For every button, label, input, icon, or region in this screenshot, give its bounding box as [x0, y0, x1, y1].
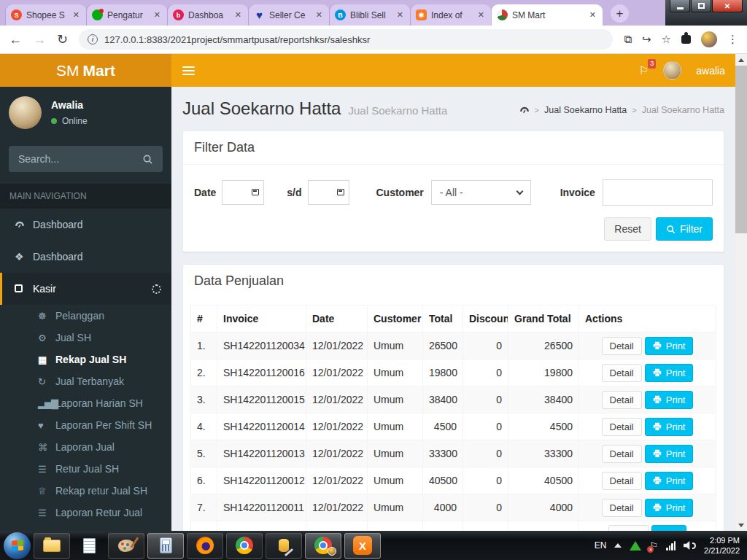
action-center-flag-icon[interactable]: ⚐ — [649, 540, 658, 551]
tray-expand-icon[interactable] — [614, 543, 622, 548]
taskbar-paint-button[interactable] — [108, 533, 144, 559]
taskbar-notepad-button[interactable] — [73, 533, 105, 559]
filter-button[interactable]: Filter — [656, 217, 713, 241]
calendar-icon[interactable] — [252, 189, 259, 195]
sidebar-item-laporan-per-shift-sh[interactable]: ♥ Laporan Per Shift SH — [0, 414, 171, 436]
tab-close-icon[interactable]: ✕ — [395, 10, 405, 20]
sidebar-item-pelanggan[interactable]: ☸ Pelanggan — [0, 305, 171, 327]
volume-icon[interactable] — [684, 541, 696, 550]
print-button[interactable]: Print — [645, 472, 694, 490]
detail-button[interactable]: Detail — [602, 472, 642, 490]
scroll-down-arrow[interactable] — [735, 519, 747, 531]
home-gauge-icon[interactable] — [519, 106, 530, 114]
print-button[interactable]: Print — [645, 391, 694, 409]
notifications-flag-icon[interactable]: ⚐ 3 — [639, 64, 649, 77]
bookmark-star-icon[interactable]: ☆ — [662, 33, 671, 46]
taskbar-xampp-button[interactable]: X — [344, 533, 381, 559]
address-bar[interactable]: i 127.0.0.1:8383/2021project/smmartpusat… — [79, 29, 613, 50]
sidebar-item-jual-terbanyak[interactable]: ↻ Jual Terbanyak — [0, 370, 171, 392]
tab-close-icon[interactable]: ✕ — [588, 10, 597, 20]
reload-button[interactable]: ↻ — [57, 31, 68, 47]
window-maximize-button[interactable] — [691, 0, 711, 12]
anydesk-tray-icon[interactable] — [630, 541, 641, 551]
forward-button[interactable]: → — [33, 32, 46, 47]
detail-button[interactable]: Detail — [602, 364, 642, 382]
taskbar-chrome-profile-button[interactable] — [305, 533, 341, 559]
taskbar-db-tool-button[interactable] — [266, 533, 302, 559]
search-icon[interactable] — [142, 154, 153, 165]
tab-index-of[interactable]: ✱ Index of ✕ — [411, 4, 491, 26]
taskbar-firefox-button[interactable] — [187, 533, 223, 559]
taskbar-calculator-button[interactable] — [147, 533, 184, 559]
sidebar-item-rekap-retur-jual-sh[interactable]: ♕ Rekap retur Jual SH — [0, 480, 171, 502]
scroll-up-arrow[interactable] — [735, 54, 747, 66]
print-button[interactable]: Print — [645, 364, 694, 382]
invoice-input[interactable] — [603, 179, 713, 206]
detail-button[interactable]: Detail — [608, 525, 649, 531]
browser-profile-avatar[interactable] — [701, 31, 717, 47]
translate-icon[interactable]: ⧉ — [624, 33, 632, 46]
detail-button[interactable]: Detail — [602, 337, 642, 355]
taskbar-explorer-button[interactable] — [34, 533, 70, 559]
tab-close-icon[interactable]: ✕ — [476, 10, 486, 20]
sidebar-item-laporan-retur-jual[interactable]: ☰ Laporan Retur Jual — [0, 502, 171, 524]
tab-close-icon[interactable]: ✕ — [233, 10, 243, 20]
header-user-name[interactable]: awalia — [696, 65, 725, 77]
taskbar-chrome-button[interactable] — [226, 533, 263, 559]
browser-menu-icon[interactable]: ⋮ — [727, 33, 738, 46]
tab-shopee[interactable]: S Shopee S ✕ — [6, 4, 86, 26]
print-button[interactable]: Print — [645, 418, 694, 436]
reset-button[interactable]: Reset — [604, 217, 651, 241]
tab-sm-mart-active[interactable]: SM Mart ✕ — [492, 4, 603, 26]
sidebar-search-input[interactable]: Search... — [9, 146, 163, 172]
header-user-avatar[interactable] — [663, 61, 681, 79]
tab-pengaturan[interactable]: Pengatur ✕ — [87, 4, 167, 26]
detail-button[interactable]: Detail — [602, 418, 642, 436]
extensions-icon[interactable] — [681, 35, 691, 44]
window-close-button[interactable]: ✕ — [712, 0, 743, 12]
print-button[interactable]: Print — [645, 499, 694, 517]
site-info-icon[interactable]: i — [88, 34, 98, 44]
table-row: 1. SH142201120034 12/01/2022 Umum 26500 … — [191, 332, 716, 359]
language-indicator[interactable]: EN — [595, 540, 607, 551]
start-button[interactable] — [4, 532, 31, 559]
header-right: ⚐ 3 awalia — [639, 61, 747, 79]
calendar-icon[interactable] — [337, 189, 344, 195]
breadcrumb-item-1[interactable]: Jual Soekarno Hatta — [544, 105, 627, 115]
date-from-input[interactable] — [222, 180, 264, 205]
sidebar-item-dashboard-2[interactable]: ❖ Dashboard — [0, 241, 171, 273]
grid-icon: ▦ — [38, 354, 55, 365]
network-signal-icon[interactable] — [666, 541, 676, 551]
tab-close-icon[interactable]: ✕ — [71, 10, 81, 20]
tab-close-icon[interactable]: ✕ — [152, 10, 162, 20]
share-icon[interactable]: ↪ — [642, 33, 651, 46]
print-button[interactable]: Print — [651, 525, 687, 531]
new-tab-button[interactable]: + — [611, 4, 629, 23]
list-icon: ☰ — [38, 464, 55, 475]
detail-button[interactable]: Detail — [602, 391, 642, 409]
back-button[interactable]: ← — [9, 32, 22, 47]
sidebar-item-dashboard-1[interactable]: Dashboard — [0, 209, 171, 241]
tab-blibli[interactable]: B Blibli Sell ✕ — [330, 4, 410, 26]
brand-logo[interactable]: SM Mart — [0, 54, 171, 87]
sidebar-item-laporan-jual[interactable]: ⌘ Laporan Jual — [0, 436, 171, 458]
vertical-scrollbar[interactable] — [735, 54, 747, 531]
detail-button[interactable]: Detail — [602, 445, 642, 463]
tab-dashboard-bukalapak[interactable]: b Dashboa ✕ — [168, 4, 248, 26]
date-to-input[interactable] — [308, 180, 350, 205]
detail-button[interactable]: Detail — [602, 499, 642, 517]
print-button[interactable]: Print — [645, 337, 694, 355]
print-button[interactable]: Print — [645, 445, 694, 463]
sidebar-item-jual-sh[interactable]: ⚙ Jual SH — [0, 327, 171, 349]
sidebar-item-rekap-jual-sh[interactable]: ▦ Rekap Jual SH — [0, 349, 171, 370]
sidebar-item-kasir[interactable]: Kasir — [0, 273, 171, 305]
scrollbar-thumb[interactable] — [735, 66, 747, 233]
window-minimize-button[interactable] — [670, 0, 690, 12]
sidebar-item-retur-jual-sh[interactable]: ☰ Retur Jual SH — [0, 458, 171, 480]
sidebar-toggle-button[interactable] — [171, 54, 205, 87]
tab-close-icon[interactable]: ✕ — [314, 10, 324, 20]
clock[interactable]: 2:09 PM 2/21/2022 — [704, 535, 740, 556]
sidebar-item-laporan-harian-sh[interactable]: ▂▅▇ Laporan Harian SH — [0, 392, 171, 414]
customer-select[interactable]: - All - — [431, 180, 531, 205]
tab-seller-center[interactable]: ♥ Seller Ce ✕ — [249, 4, 329, 26]
